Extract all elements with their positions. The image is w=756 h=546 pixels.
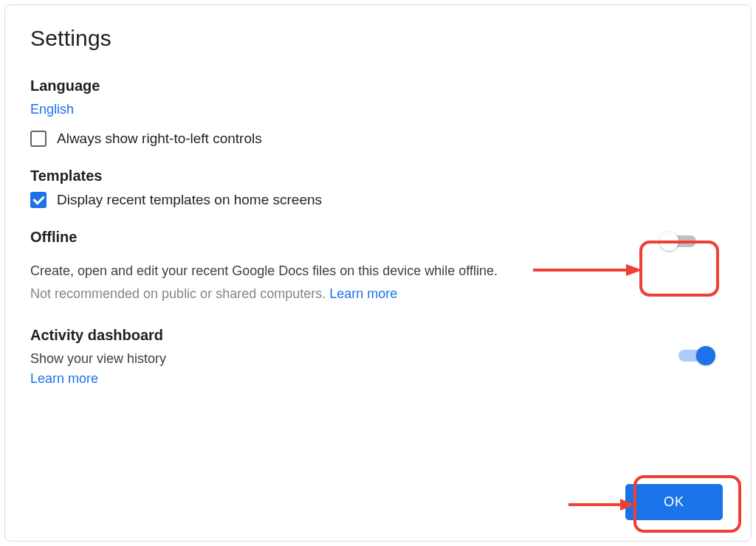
activity-description: Show your view history: [30, 351, 166, 367]
rtl-checkbox-label: Always show right-to-left controls: [57, 131, 262, 147]
templates-checkbox-label: Display recent templates on home screens: [57, 192, 322, 208]
templates-heading: Templates: [30, 167, 726, 184]
offline-description: Create, open and edit your recent Google…: [30, 263, 726, 279]
activity-heading: Activity dashboard: [30, 327, 166, 344]
templates-checkbox-row: Display recent templates on home screens: [30, 192, 726, 208]
offline-section: Offline Create, open and edit your recen…: [30, 229, 726, 302]
rtl-checkbox-row: Always show right-to-left controls: [30, 131, 726, 147]
templates-section: Templates Display recent templates on ho…: [30, 167, 726, 208]
rtl-checkbox[interactable]: [30, 131, 47, 147]
offline-hint: Not recommended on public or shared comp…: [30, 286, 726, 302]
offline-toggle[interactable]: [662, 235, 696, 248]
offline-heading: Offline: [30, 229, 77, 246]
language-current-link[interactable]: English: [30, 102, 74, 117]
offline-hint-text: Not recommended on public or shared comp…: [30, 286, 329, 301]
dialog-title: Settings: [30, 26, 726, 51]
activity-section: Activity dashboard Show your view histor…: [30, 327, 726, 387]
activity-toggle[interactable]: [678, 349, 712, 362]
templates-checkbox[interactable]: [30, 192, 47, 208]
language-section: Language English Always show right-to-le…: [30, 77, 726, 147]
language-heading: Language: [30, 77, 726, 94]
offline-learn-more-link[interactable]: Learn more: [329, 286, 397, 301]
activity-learn-more-link[interactable]: Learn more: [30, 371, 98, 386]
ok-button[interactable]: OK: [625, 484, 723, 520]
settings-dialog: Settings Language English Always show ri…: [4, 4, 752, 542]
